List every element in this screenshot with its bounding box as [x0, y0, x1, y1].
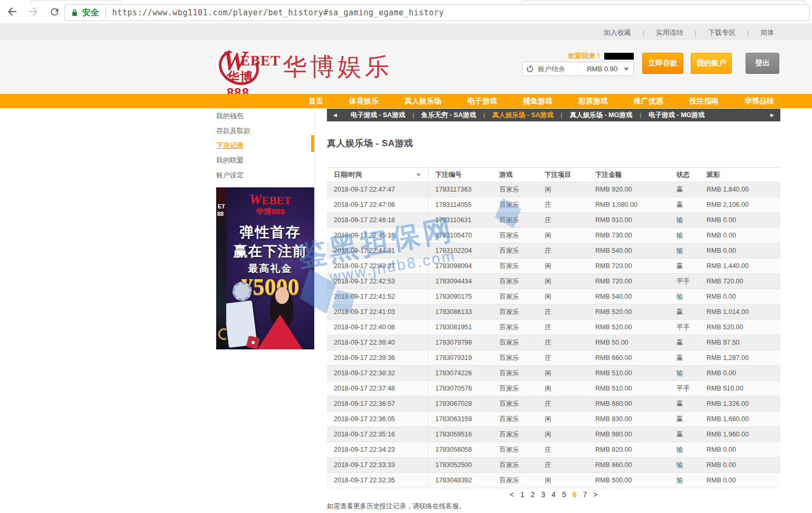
table-cell: 闲	[538, 228, 588, 243]
topbar-link-3[interactable]: 简体	[760, 28, 774, 37]
my-account-button[interactable]: 我的账户	[691, 53, 732, 74]
table-cell: RMB 720.00	[588, 274, 670, 289]
topbar-link-2[interactable]: 下载专区	[708, 28, 736, 37]
table-cell: 赢	[670, 335, 700, 350]
table-cell: RMB 1,287.00	[700, 350, 780, 366]
table-row: 2018-09-17 22:40:081783081951百家乐庄RMB 520…	[327, 320, 780, 335]
nav-item-2[interactable]: 真人娱乐场	[404, 97, 441, 106]
address-bar[interactable]: 安全 https://www.wbg1101.com/player/bet_hi…	[64, 4, 810, 21]
balance-value: RMB 0.90	[587, 65, 617, 73]
nav-item-7[interactable]: 投注指南	[689, 97, 719, 106]
nav-item-4[interactable]: 捕鱼游戏	[523, 97, 553, 106]
site-logo[interactable]: W EBET 华博888 华博娱乐	[215, 44, 392, 90]
pagination-next[interactable]: >	[593, 490, 597, 499]
sort-desc-icon	[417, 174, 421, 178]
topbar-separator: |	[695, 29, 697, 36]
table-cell: RMB 510.00	[588, 366, 670, 381]
table-cell: 百家乐	[492, 289, 538, 305]
nav-item-5[interactable]: 彩票游戏	[578, 97, 608, 106]
pagination-page-2[interactable]: 2	[531, 490, 535, 499]
refresh-button[interactable]	[47, 5, 61, 18]
pagination-page-1[interactable]: 1	[520, 490, 525, 499]
table-cell: 庄	[538, 197, 588, 213]
col-header-label: 下注编号	[436, 171, 462, 178]
topbar-separator: |	[643, 29, 644, 36]
table-cell: 百家乐	[492, 458, 538, 473]
table-cell: 2018-09-17 22:47:06	[327, 197, 428, 213]
chevron-down-icon[interactable]	[624, 68, 629, 73]
balance-refresh-icon[interactable]	[527, 66, 533, 72]
screen: 安全 https://www.wbg1101.com/player/bet_hi…	[0, 0, 812, 513]
table-cell: RMB 0.00	[700, 243, 780, 259]
nav-item-8[interactable]: 华博品味	[745, 97, 774, 106]
table-cell: 闲	[538, 289, 588, 305]
topbar-link-1[interactable]: 实用连结	[656, 28, 683, 37]
tab-scroll-left-icon[interactable]: ◀	[333, 112, 337, 118]
promo-banner[interactable]: ET 88 WEBET 华博888 弹性首存 赢在下注前 最高礼金 ¥5000	[216, 187, 314, 349]
pagination: <1234567>	[327, 490, 780, 499]
back-button[interactable]	[5, 5, 19, 18]
table-cell: 庄	[538, 350, 588, 366]
sidebar-item-2[interactable]: 下注记录	[216, 138, 311, 153]
logout-button[interactable]: 登出	[746, 53, 779, 74]
table-cell: 闲	[538, 259, 588, 274]
table-cell: 1783052500	[428, 458, 492, 473]
pagination-prev[interactable]: <	[510, 490, 514, 499]
table-cell: 输	[670, 366, 700, 381]
nav-item-1[interactable]: 体育娱乐	[349, 97, 379, 106]
table-row: 2018-09-17 22:34:231783056058百家乐庄RMB 820…	[327, 442, 780, 458]
nav-item-3[interactable]: 电子游戏	[467, 97, 497, 106]
table-cell: 百家乐	[492, 182, 538, 197]
table-cell: 2018-09-17 22:37:48	[327, 381, 428, 396]
browser-chrome: 安全 https://www.wbg1101.com/player/bet_hi…	[0, 0, 812, 24]
table-cell: 2018-09-17 22:41:52	[327, 289, 428, 305]
tab-item-2[interactable]: 真人娱乐场 - SA游戏	[492, 111, 554, 120]
table-cell: 闲	[538, 412, 588, 427]
pagination-page-7[interactable]: 7	[583, 490, 587, 499]
table-cell: RMB 520.00	[588, 320, 670, 335]
banner-carousel-previous-slide: ET 88	[216, 187, 226, 349]
tab-item-0[interactable]: 电子游戏 - SA游戏	[351, 111, 405, 120]
table-cell: 1783086133	[428, 305, 492, 320]
table-cell: 百家乐	[492, 412, 538, 427]
table-cell: RMB 520.00	[700, 320, 780, 335]
pagination-page-6[interactable]: 6	[573, 490, 577, 499]
sidebar-item-1[interactable]: 存款及取款	[216, 124, 311, 138]
table-cell: 1783098094	[428, 259, 492, 274]
balance-label: 账户结余	[538, 64, 565, 74]
table-cell: 百家乐	[492, 396, 538, 412]
table-cell: 输	[670, 442, 700, 458]
forward-button[interactable]	[26, 5, 40, 18]
table-cell: RMB 510.00	[588, 381, 670, 396]
table-row: 2018-09-17 22:47:471783117363百家乐闲RMB 920…	[327, 182, 780, 197]
sidebar-item-0[interactable]: 我的钱包	[216, 109, 311, 124]
col-header-0[interactable]: 日期/时间	[327, 168, 428, 182]
table-cell: RMB 510.00	[700, 381, 780, 396]
nav-item-6[interactable]: 推广优惠	[634, 97, 663, 106]
table-cell: 1783114055	[428, 197, 492, 213]
topbar-link-0[interactable]: 加入收藏	[604, 28, 631, 37]
pagination-page-3[interactable]: 3	[541, 490, 545, 499]
table-row: 2018-09-17 22:36:571783067028百家乐庄RMB 680…	[327, 396, 780, 412]
pagination-page-4[interactable]: 4	[552, 490, 556, 499]
table-cell: 2018-09-17 22:44:31	[327, 243, 428, 259]
pagination-page-5[interactable]: 5	[562, 490, 566, 499]
deposit-button[interactable]: 立即存款	[642, 53, 683, 74]
tab-item-4[interactable]: 电子游戏 - MG游戏	[649, 111, 704, 120]
table-cell: 闲	[538, 274, 588, 289]
nav-item-0[interactable]: 首页	[308, 97, 323, 106]
col-header-label: 状态	[676, 171, 690, 178]
table-row: 2018-09-17 22:44:311783102204百家乐庄RMB 540…	[327, 243, 780, 259]
logo-mark-icon: W EBET 华博888	[215, 44, 274, 90]
sidebar-active-marker	[311, 135, 314, 152]
table-cell: 赢	[670, 350, 700, 366]
tab-scroll-right-icon[interactable]: ▶	[770, 112, 774, 118]
sidebar-item-3[interactable]: 我的联盟	[216, 153, 311, 168]
balance-dropdown[interactable]: 账户结余 RMB 0.90	[522, 62, 634, 76]
table-cell: 输	[670, 289, 700, 305]
sidebar-menu: 我的钱包存款及取款下注记录我的联盟账户设定	[216, 109, 311, 183]
sidebar-item-4[interactable]: 账户设定	[216, 168, 311, 183]
tab-item-3[interactable]: 真人娱乐场 - MG游戏	[569, 111, 632, 120]
table-row: 2018-09-17 22:45:161783105470百家乐闲RMB 730…	[327, 228, 780, 243]
tab-item-1[interactable]: 鱼乐无穷 - SA游戏	[421, 111, 476, 120]
